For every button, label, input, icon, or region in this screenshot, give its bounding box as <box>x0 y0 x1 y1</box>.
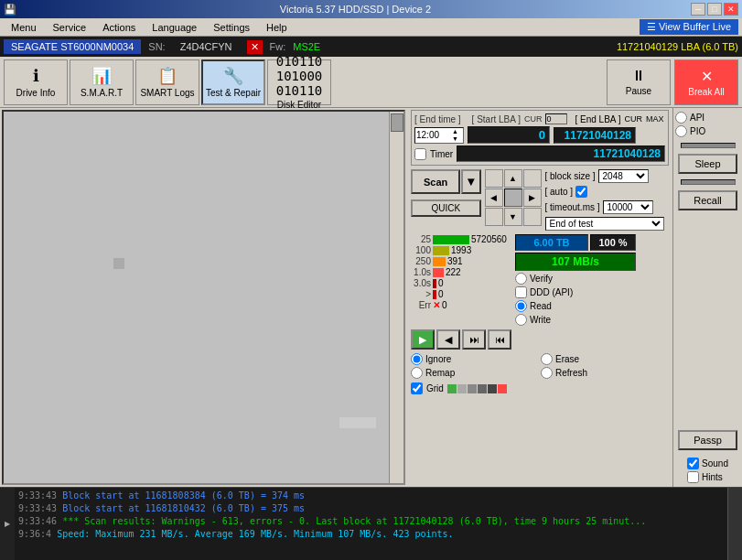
sidebar-separator-2 <box>681 179 736 185</box>
arrow-up-button[interactable]: ▲ <box>504 169 522 188</box>
arrow-right-button[interactable]: ▶ <box>523 188 542 207</box>
sleep-button[interactable]: Sleep <box>678 154 737 174</box>
refresh-label: Refresh <box>555 368 587 378</box>
scan-scrollbar[interactable] <box>389 112 403 483</box>
stat-value-3s: 0 <box>438 278 444 288</box>
break-all-button[interactable]: ✕ Break All <box>674 59 738 105</box>
block-size-select[interactable]: 2048 512 4096 <box>598 169 649 183</box>
cur-input[interactable] <box>545 113 567 124</box>
sound-hints: Sound Hints <box>687 458 728 483</box>
lba-section: [ End time ] [ Start LBA ] CUR [ End LBA… <box>411 110 669 166</box>
grid-checkbox[interactable] <box>411 382 423 394</box>
auto-checkbox[interactable] <box>575 186 587 198</box>
drive-fw: MS2E <box>293 41 320 52</box>
control-panel: [ End time ] [ Start LBA ] CUR [ End LBA… <box>407 108 672 487</box>
api-row: API <box>675 112 740 124</box>
timer-checkbox[interactable] <box>414 148 426 160</box>
api-radio[interactable] <box>675 112 687 124</box>
toolbar: ℹ Drive Info 📊 S.M.A.R.T 📋 SMART Logs 🔧 … <box>0 57 742 108</box>
stat-label-gt: > <box>411 289 431 299</box>
rewind-button[interactable]: ◀ <box>436 329 460 350</box>
menu-language[interactable]: Language <box>145 20 204 35</box>
direction-pad: ▲ ◀ ▶ ▼ <box>485 169 542 226</box>
scroll-thumb[interactable] <box>391 113 403 132</box>
status-line-1: 9:33:43 Block start at 11681810432 (6.0 … <box>18 502 724 515</box>
time-spinner[interactable]: ▲ ▼ <box>452 128 458 143</box>
scan-area <box>2 110 405 485</box>
pio-radio[interactable] <box>675 125 687 137</box>
drive-name[interactable]: SEAGATE ST6000NM0034 <box>4 39 141 54</box>
menu-help[interactable]: Help <box>259 20 295 35</box>
skip-fwd-button[interactable]: ⏭ <box>462 329 486 350</box>
arrow-left-button[interactable]: ◀ <box>485 188 503 207</box>
close-button[interactable]: ✕ <box>724 3 738 16</box>
sound-checkbox[interactable] <box>687 458 699 469</box>
status-left-panel: ▶ <box>0 488 15 560</box>
stat-label-3s: 3.0s <box>411 278 431 288</box>
menu-menu[interactable]: Menu <box>4 20 44 35</box>
scan-button[interactable]: Scan <box>411 169 460 194</box>
test-repair-icon: 🔧 <box>223 66 243 86</box>
stat-bar-25 <box>433 235 469 244</box>
main-row: [ End time ] [ Start LBA ] CUR [ End LBA… <box>0 108 742 487</box>
smart-logs-button[interactable]: 📋 SMART Logs <box>135 59 199 105</box>
verify-radio[interactable] <box>515 273 527 285</box>
title-bar: 💾 Victoria 5.37 HDD/SSD | Device 2 ─ □ ✕ <box>0 0 742 18</box>
test-repair-button[interactable]: 🔧 Test & Repair <box>201 59 265 105</box>
drive-lba: 11721040129 LBA (6.0 TB) <box>617 41 738 52</box>
scan-block-2 <box>339 417 376 428</box>
drive-x-button[interactable]: ✕ <box>247 40 263 54</box>
stat-bar-250 <box>433 257 446 266</box>
ddd-checkbox[interactable] <box>515 286 527 298</box>
menu-actions[interactable]: Actions <box>95 20 143 35</box>
status-line-3: 9:36:4 Speed: Maximum 231 MB/s. Average … <box>18 528 724 541</box>
erase-radio[interactable] <box>541 353 553 365</box>
break-all-label: Break All <box>688 87 724 97</box>
end-time-label: [ End time ] <box>414 114 461 124</box>
skip-back-button[interactable]: ⏮ <box>488 329 511 350</box>
status-scrollbar[interactable] <box>727 488 742 560</box>
end-time-input[interactable] <box>415 129 452 141</box>
pause-button[interactable]: ⏸ Pause <box>607 59 671 105</box>
scan-dropdown[interactable]: ▼ <box>461 169 480 194</box>
quick-button[interactable]: QUICK <box>411 199 481 217</box>
status-time-3: 9:36:4 <box>18 529 51 539</box>
title-text: Victoria 5.37 HDD/SSD | Device 2 <box>280 4 431 15</box>
smart-button[interactable]: 📊 S.M.A.R.T <box>70 59 134 105</box>
refresh-radio[interactable] <box>541 367 553 379</box>
tb-display: 6.00 TB <box>515 234 588 251</box>
status-line-0: 9:33:43 Block start at 11681808384 (6.0 … <box>18 490 724 502</box>
play-button[interactable]: ▶ <box>411 329 435 350</box>
menu-service[interactable]: Service <box>46 20 94 35</box>
timeout-row: [ timeout.ms ] 10000 5000 20000 <box>545 200 664 214</box>
write-radio[interactable] <box>515 314 527 326</box>
passp-button[interactable]: Passp <box>678 430 737 450</box>
stat-value-25: 5720560 <box>471 234 507 244</box>
view-buffer-button[interactable]: ☰ View Buffer Live <box>640 19 738 35</box>
start-lba-input[interactable] <box>468 126 550 144</box>
stat-row-250: 250 391 <box>411 256 511 266</box>
status-msg-1: Block start at 11681810432 (6.0 TB) = 37… <box>62 503 305 513</box>
minimize-button[interactable]: ─ <box>691 3 705 16</box>
sidebar-separator-1 <box>681 143 736 148</box>
disk-editor-button[interactable]: 010110101000010110 Disk Editor <box>267 59 331 105</box>
maximize-button[interactable]: □ <box>707 3 722 16</box>
stat-label-25: 25 <box>411 234 431 244</box>
read-row: Read <box>515 300 636 312</box>
recall-button[interactable]: Recall <box>678 190 737 210</box>
grid-colors <box>447 384 507 393</box>
hints-label: Hints <box>702 472 723 482</box>
menu-settings[interactable]: Settings <box>206 20 257 35</box>
remap-radio[interactable] <box>411 367 423 379</box>
stat-value-100: 1993 <box>451 245 471 255</box>
drive-info-button[interactable]: ℹ Drive Info <box>4 59 68 105</box>
arrow-down-button[interactable]: ▼ <box>504 208 522 226</box>
ignore-radio[interactable] <box>411 353 423 365</box>
read-radio[interactable] <box>515 300 527 312</box>
refresh-row: Refresh <box>541 367 669 379</box>
disk-editor-icon: 010110101000010110 <box>276 54 323 98</box>
hints-checkbox[interactable] <box>687 471 699 483</box>
color-block-3 <box>468 384 477 393</box>
end-of-test-select[interactable]: End of test Loop <box>545 217 664 231</box>
timeout-select[interactable]: 10000 5000 20000 <box>603 200 653 214</box>
